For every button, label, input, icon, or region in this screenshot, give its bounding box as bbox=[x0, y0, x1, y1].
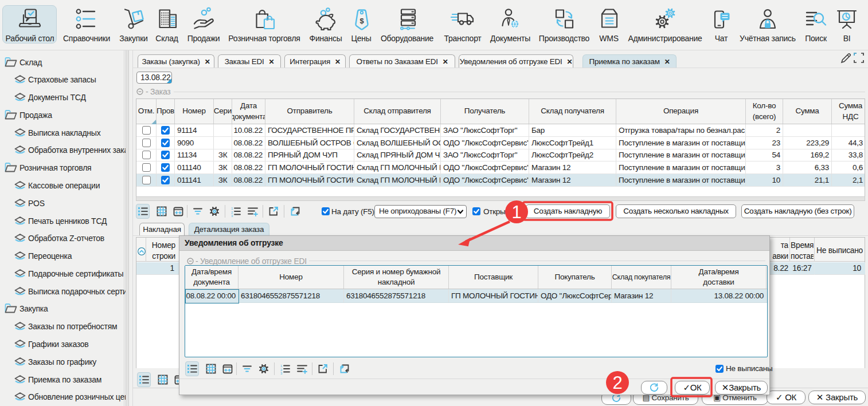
svg-text:1: 1 bbox=[231, 207, 233, 210]
svg-text:2: 2 bbox=[231, 211, 233, 214]
svg-text:3: 3 bbox=[280, 372, 283, 375]
svg-text:1: 1 bbox=[280, 364, 283, 368]
svg-text:2: 2 bbox=[280, 368, 283, 372]
svg-text:3: 3 bbox=[231, 214, 233, 217]
